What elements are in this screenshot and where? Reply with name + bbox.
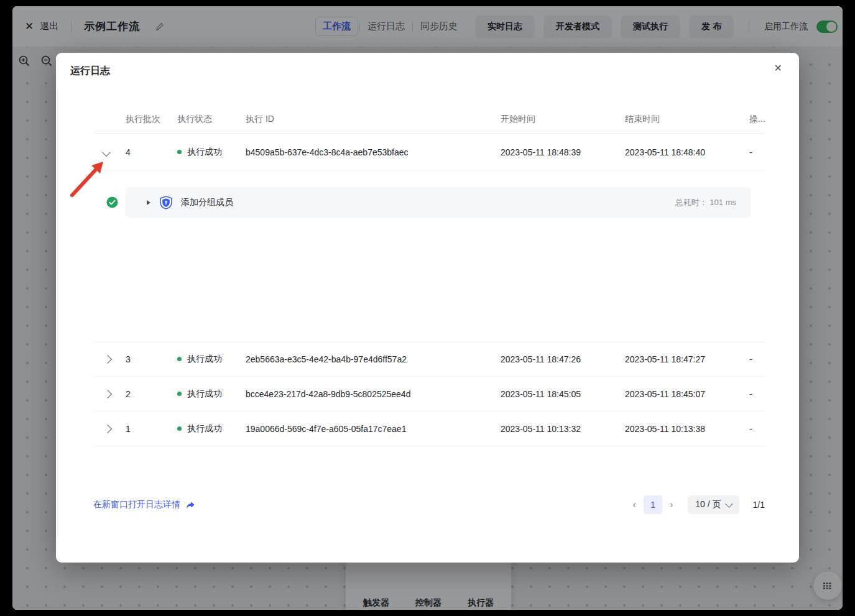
cell-exec-id: 2eb5663a-e3c5-4e42-ba4b-97e4d6ff57a2 — [243, 354, 501, 364]
cell-status: 执行成功 — [177, 354, 243, 365]
header-start-time: 开始时间 — [501, 114, 625, 125]
status-dot-icon — [177, 392, 182, 396]
step-duration: 总耗时： 101 ms — [675, 197, 736, 208]
cell-batch: 3 — [121, 354, 177, 364]
cell-action: - — [749, 354, 765, 364]
cell-start-time: 2023-05-11 10:13:32 — [501, 424, 625, 434]
header-batch: 执行批次 — [121, 114, 177, 125]
status-dot-icon — [177, 357, 182, 361]
header-status: 执行状态 — [177, 114, 243, 125]
cell-exec-id: 19a0066d-569c-4f7e-a605-05fa17c7eae1 — [243, 424, 501, 434]
run-logs-modal: 运行日志 ✕ 执行批次 执行状态 执行 ID 开始时间 结束时间 操... 4 … — [56, 53, 799, 563]
chevron-right-icon[interactable] — [93, 388, 121, 400]
step-shield-icon — [159, 195, 173, 210]
status-dot-icon — [177, 150, 182, 154]
cell-batch: 1 — [121, 424, 177, 434]
cell-status: 执行成功 — [177, 147, 243, 158]
chevron-down-icon — [725, 500, 733, 508]
table-row[interactable]: 1 执行成功 19a0066d-569c-4f7e-a605-05fa17c7e… — [93, 411, 765, 446]
prev-page-icon[interactable]: ‹ — [628, 500, 641, 510]
cell-end-time: 2023-05-11 18:48:40 — [625, 147, 749, 157]
table-row[interactable]: 2 执行成功 bcce4e23-217d-42a8-9db9-5c802525e… — [93, 377, 765, 411]
modal-close-icon[interactable]: ✕ — [774, 63, 782, 73]
pagination: ‹ 1 › 10 / 页 1/1 — [628, 495, 765, 514]
cell-batch: 2 — [121, 389, 177, 399]
page-size-select[interactable]: 10 / 页 — [688, 495, 739, 514]
chevron-right-icon[interactable] — [93, 423, 121, 434]
expanded-run-detail: 添加分组成员 总耗时： 101 ms — [56, 171, 799, 305]
step-row[interactable]: 添加分组成员 总耗时： 101 ms — [126, 187, 751, 218]
cell-end-time: 2023-05-11 18:45:07 — [625, 389, 749, 399]
current-page-button[interactable]: 1 — [644, 495, 662, 514]
cell-exec-id: bcce4e23-217d-42a8-9db9-5c802525ee4d — [243, 389, 501, 399]
cell-start-time: 2023-05-11 18:47:26 — [501, 354, 625, 364]
caret-right-icon[interactable] — [147, 200, 150, 205]
cell-start-time: 2023-05-11 18:45:05 — [501, 389, 625, 399]
status-dot-icon — [177, 426, 182, 431]
cell-action: - — [749, 147, 765, 157]
modal-title: 运行日志 — [70, 65, 110, 78]
cell-end-time: 2023-05-11 18:47:27 — [625, 354, 749, 364]
step-name: 添加分组成员 — [181, 197, 233, 208]
cell-status: 执行成功 — [177, 423, 243, 434]
success-check-icon — [106, 196, 118, 211]
chevron-right-icon[interactable] — [93, 354, 121, 365]
modal-footer: 在新窗口打开日志详情 ‹ 1 › 10 / 页 1/1 — [93, 495, 765, 514]
chevron-down-icon[interactable] — [93, 147, 121, 158]
table-row[interactable]: 3 执行成功 2eb5663a-e3c5-4e42-ba4b-97e4d6ff5… — [93, 342, 765, 377]
cell-action: - — [749, 424, 765, 434]
next-page-icon[interactable]: › — [665, 500, 678, 510]
cell-status: 执行成功 — [177, 388, 243, 400]
page-total: 1/1 — [753, 500, 765, 510]
header-action: 操... — [749, 114, 765, 125]
cell-end-time: 2023-05-11 10:13:38 — [625, 424, 749, 434]
header-exec-id: 执行 ID — [243, 114, 501, 125]
share-arrow-icon — [185, 500, 195, 510]
app-screen: ✕ 退出 示例工作流 工作流 运行日志 同步历史 实时日志 开发者模式 — [12, 6, 843, 610]
spacer — [56, 305, 799, 342]
cell-exec-id: b4509a5b-637e-4dc3-8c4a-aeb7e53bfaec — [243, 147, 501, 157]
cell-action: - — [749, 389, 765, 399]
cell-batch: 4 — [121, 147, 177, 157]
cell-start-time: 2023-05-11 18:48:39 — [501, 147, 625, 157]
table-row[interactable]: 4 执行成功 b4509a5b-637e-4dc3-8c4a-aeb7e53bf… — [93, 134, 765, 171]
open-log-details-link[interactable]: 在新窗口打开日志详情 — [93, 499, 195, 510]
table-header: 执行批次 执行状态 执行 ID 开始时间 结束时间 操... — [56, 106, 799, 134]
table-body: 4 执行成功 b4509a5b-637e-4dc3-8c4a-aeb7e53bf… — [56, 134, 799, 446]
header-end-time: 结束时间 — [625, 114, 749, 125]
